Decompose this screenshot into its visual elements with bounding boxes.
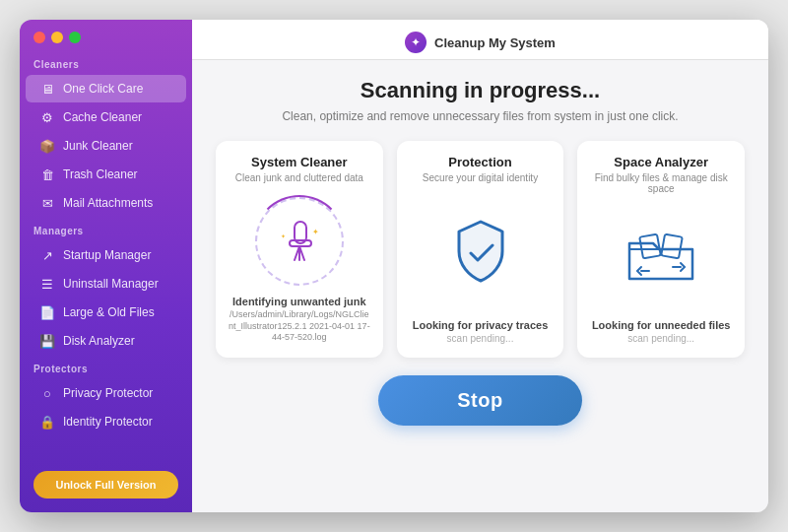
scan-spinner-icon: ✦ ✦	[255, 197, 344, 286]
card-title-protection: Protection	[448, 155, 511, 169]
sidebar-item-identity-protector[interactable]: 🔒Identity Protector	[26, 408, 186, 435]
card-visual-space-analyzer	[589, 204, 733, 313]
svg-text:✦: ✦	[281, 233, 286, 239]
svg-rect-1	[290, 240, 311, 246]
app-title: Cleanup My System	[434, 35, 556, 50]
svg-line-4	[299, 246, 304, 260]
close-button[interactable]	[33, 32, 45, 43]
protection-shield-icon	[441, 214, 520, 293]
card-pending-space-analyzer: scan pending...	[627, 333, 694, 344]
minimize-button[interactable]	[51, 32, 63, 43]
sidebar-section-protectors: Protectors	[20, 356, 192, 378]
junk-cleaner-icon: 📦	[39, 138, 55, 154]
one-click-care-icon: 🖥	[39, 81, 55, 97]
scan-title: Scanning in progress...	[361, 78, 600, 103]
card-title-space-analyzer: Space Analyzer	[614, 155, 708, 169]
main-content: ✦ Cleanup My System Scanning in progress…	[192, 20, 768, 512]
sidebar-item-privacy-protector[interactable]: ○Privacy Protector	[26, 379, 186, 407]
sidebar-item-label-startup-manager: Startup Manager	[63, 248, 151, 262]
cache-cleaner-icon: ⚙	[39, 109, 55, 125]
sidebar-section-managers: Managers	[20, 218, 192, 240]
privacy-protector-icon: ○	[39, 385, 55, 401]
cleaner-svg: ✦ ✦	[275, 217, 324, 266]
sidebar-item-mail-attachments[interactable]: ✉Mail Attachments	[26, 189, 186, 217]
sidebar-item-label-large-old-files: Large & Old Files	[63, 305, 155, 319]
card-visual-protection	[409, 193, 553, 313]
sidebar-item-label-disk-analyzer: Disk Analyzer	[63, 334, 135, 348]
sidebar-section-cleaners: Cleaners	[20, 51, 192, 74]
trash-cleaner-icon: 🗑	[39, 166, 55, 182]
card-visual-system-cleaner: ✦ ✦	[228, 193, 371, 290]
disk-analyzer-icon: 💾	[39, 333, 55, 349]
scan-subtitle: Clean, optimize and remove unnecessary f…	[282, 109, 678, 123]
card-status-protection: Looking for privacy traces	[413, 319, 549, 331]
mail-attachments-icon: ✉	[39, 195, 55, 211]
unlock-full-version-button[interactable]: Unlock Full Version	[33, 471, 178, 499]
card-file-system-cleaner: /Users/admin/Library/Logs/NGLClient_Illu…	[228, 309, 371, 344]
card-status-system-cleaner: Identifying unwanted junk	[232, 296, 366, 307]
card-desc-space-analyzer: Find bulky files & manage disk space	[589, 172, 733, 194]
app-header: ✦ Cleanup My System	[192, 20, 768, 60]
cards-row: System CleanerClean junk and cluttered d…	[216, 141, 745, 358]
space-analyzer-folder-icon	[622, 220, 700, 299]
card-title-system-cleaner: System Cleaner	[251, 155, 348, 169]
sidebar-bottom: Unlock Full Version	[20, 457, 192, 512]
sidebar-item-label-one-click-care: One Click Care	[63, 82, 143, 96]
sidebar-item-disk-analyzer[interactable]: 💾Disk Analyzer	[26, 327, 186, 355]
card-desc-system-cleaner: Clean junk and cluttered data	[235, 172, 363, 183]
sidebar: Cleaners🖥One Click Care⚙Cache Cleaner📦Ju…	[20, 20, 192, 512]
sidebar-item-startup-manager[interactable]: ↗Startup Manager	[26, 241, 186, 269]
stop-button[interactable]: Stop	[378, 375, 581, 426]
sidebar-item-label-cache-cleaner: Cache Cleaner	[63, 110, 142, 124]
sidebar-item-label-privacy-protector: Privacy Protector	[63, 386, 153, 400]
sidebar-item-large-old-files[interactable]: 📄Large & Old Files	[26, 299, 186, 326]
startup-manager-icon: ↗	[39, 247, 55, 263]
sidebar-item-junk-cleaner[interactable]: 📦Junk Cleaner	[26, 132, 186, 160]
card-pending-protection: scan pending...	[447, 333, 514, 344]
sidebar-item-one-click-care[interactable]: 🖥One Click Care	[26, 75, 186, 102]
card-status-space-analyzer: Looking for unneeded files	[592, 319, 731, 331]
sidebar-item-trash-cleaner[interactable]: 🗑Trash Cleaner	[26, 161, 186, 188]
svg-text:✦: ✦	[312, 228, 319, 236]
svg-rect-0	[295, 222, 306, 243]
maximize-button[interactable]	[69, 32, 81, 43]
large-old-files-icon: 📄	[39, 304, 55, 320]
stop-button-container: Stop	[378, 375, 581, 435]
sidebar-item-uninstall-manager[interactable]: ☰Uninstall Manager	[26, 270, 186, 298]
card-protection: ProtectionSecure your digital identity L…	[397, 141, 564, 358]
traffic-lights	[20, 20, 192, 51]
sidebar-item-label-junk-cleaner: Junk Cleaner	[63, 139, 133, 153]
sidebar-item-label-identity-protector: Identity Protector	[63, 415, 153, 429]
sidebar-item-label-uninstall-manager: Uninstall Manager	[63, 277, 159, 291]
card-desc-protection: Secure your digital identity	[423, 172, 538, 183]
uninstall-manager-icon: ☰	[39, 276, 55, 292]
sidebar-item-label-trash-cleaner: Trash Cleaner	[63, 167, 138, 181]
svg-rect-8	[661, 233, 683, 258]
identity-protector-icon: 🔒	[39, 414, 55, 430]
sidebar-item-cache-cleaner[interactable]: ⚙Cache Cleaner	[26, 103, 186, 131]
app-window: Cleaners🖥One Click Care⚙Cache Cleaner📦Ju…	[20, 20, 768, 512]
app-logo-icon: ✦	[405, 32, 427, 53]
card-space-analyzer: Space AnalyzerFind bulky files & manage …	[577, 141, 745, 358]
sidebar-item-label-mail-attachments: Mail Attachments	[63, 196, 153, 210]
card-system-cleaner: System CleanerClean junk and cluttered d…	[216, 141, 383, 358]
svg-line-2	[295, 246, 299, 260]
main-body: Scanning in progress... Clean, optimize …	[192, 60, 768, 512]
